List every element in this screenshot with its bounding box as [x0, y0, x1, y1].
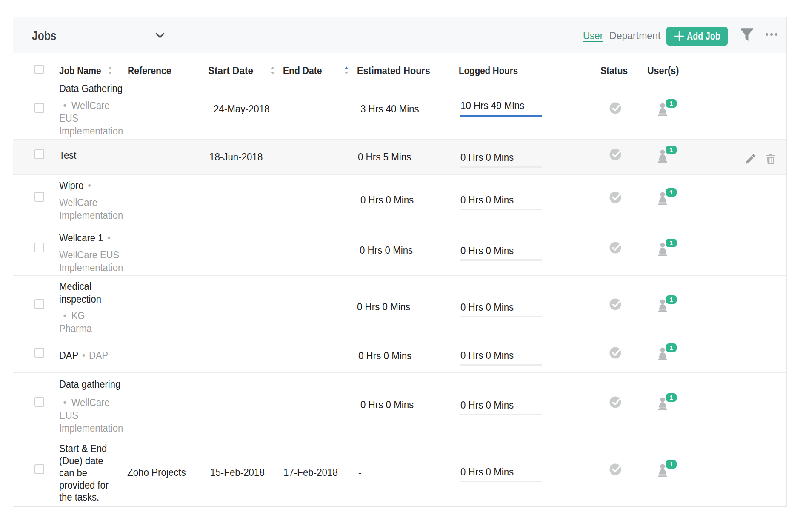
svg-text:1: 1 — [669, 189, 673, 196]
svg-text:1: 1 — [669, 460, 673, 468]
svg-text:1: 1 — [669, 296, 673, 303]
svg-text:1: 1 — [669, 100, 673, 107]
svg-text:1: 1 — [669, 394, 673, 401]
svg-text:1: 1 — [669, 146, 673, 153]
svg-text:1: 1 — [669, 239, 673, 246]
svg-text:1: 1 — [669, 344, 673, 351]
